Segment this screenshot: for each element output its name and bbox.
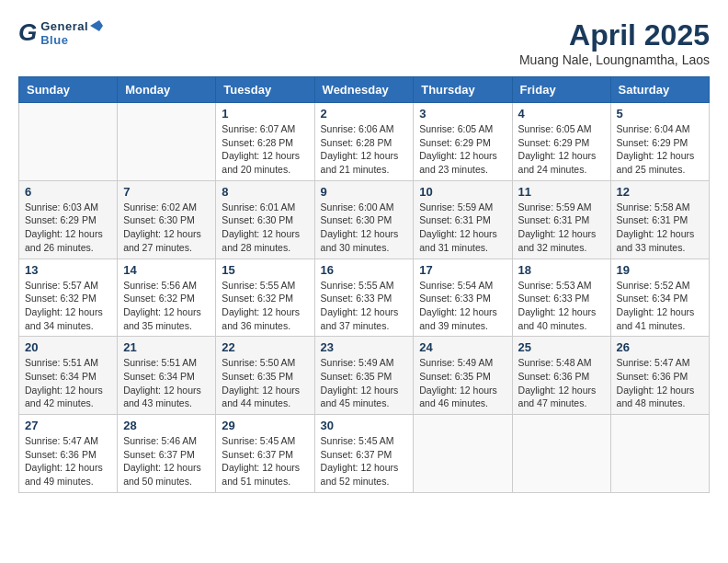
day-info: Sunrise: 5:47 AM Sunset: 6:36 PM Dayligh…	[617, 356, 703, 410]
title-area: April 2025 Muang Nale, Loungnamtha, Laos	[519, 18, 710, 67]
day-number: 23	[321, 340, 408, 354]
calendar-cell: 27Sunrise: 5:47 AM Sunset: 6:36 PM Dayli…	[19, 415, 118, 493]
calendar-header-monday: Monday	[118, 77, 216, 103]
calendar-header-friday: Friday	[512, 77, 610, 103]
day-info: Sunrise: 5:51 AM Sunset: 6:34 PM Dayligh…	[25, 356, 111, 410]
day-number: 2	[321, 107, 408, 121]
calendar-cell	[610, 415, 709, 493]
day-info: Sunrise: 5:59 AM Sunset: 6:31 PM Dayligh…	[518, 201, 605, 255]
calendar-cell: 26Sunrise: 5:47 AM Sunset: 6:36 PM Dayli…	[610, 337, 709, 415]
day-number: 11	[518, 185, 605, 199]
day-number: 9	[321, 185, 408, 199]
day-info: Sunrise: 5:46 AM Sunset: 6:37 PM Dayligh…	[123, 434, 210, 488]
calendar-cell: 2Sunrise: 6:06 AM Sunset: 6:28 PM Daylig…	[314, 103, 414, 181]
calendar-cell	[19, 103, 118, 181]
logo-g-letter: G	[18, 18, 37, 47]
calendar-header-thursday: Thursday	[414, 77, 512, 103]
calendar-cell: 30Sunrise: 5:45 AM Sunset: 6:37 PM Dayli…	[314, 415, 414, 493]
calendar-header-tuesday: Tuesday	[216, 77, 314, 103]
day-info: Sunrise: 6:03 AM Sunset: 6:29 PM Dayligh…	[25, 201, 111, 255]
day-number: 4	[518, 107, 605, 121]
day-info: Sunrise: 5:59 AM Sunset: 6:31 PM Dayligh…	[419, 201, 506, 255]
day-number: 3	[419, 107, 506, 121]
day-info: Sunrise: 5:53 AM Sunset: 6:33 PM Dayligh…	[518, 279, 605, 333]
day-info: Sunrise: 6:01 AM Sunset: 6:30 PM Dayligh…	[222, 201, 308, 255]
calendar-cell: 6Sunrise: 6:03 AM Sunset: 6:29 PM Daylig…	[19, 180, 118, 259]
day-number: 15	[222, 263, 308, 277]
calendar-cell: 8Sunrise: 6:01 AM Sunset: 6:30 PM Daylig…	[216, 180, 314, 259]
day-info: Sunrise: 5:45 AM Sunset: 6:37 PM Dayligh…	[321, 434, 408, 488]
day-info: Sunrise: 5:47 AM Sunset: 6:36 PM Dayligh…	[25, 434, 111, 488]
calendar-cell	[512, 415, 610, 493]
day-info: Sunrise: 5:54 AM Sunset: 6:33 PM Dayligh…	[419, 279, 506, 333]
day-info: Sunrise: 6:07 AM Sunset: 6:28 PM Dayligh…	[222, 122, 308, 177]
day-info: Sunrise: 6:06 AM Sunset: 6:28 PM Dayligh…	[321, 122, 408, 177]
day-number: 30	[321, 419, 408, 432]
calendar-header-saturday: Saturday	[610, 77, 709, 103]
calendar-cell: 1Sunrise: 6:07 AM Sunset: 6:28 PM Daylig…	[216, 103, 314, 181]
day-number: 18	[518, 263, 605, 277]
calendar-week-row: 13Sunrise: 5:57 AM Sunset: 6:32 PM Dayli…	[19, 259, 710, 337]
logo-wing-icon	[90, 20, 103, 31]
calendar-header-wednesday: Wednesday	[314, 77, 414, 103]
day-info: Sunrise: 5:57 AM Sunset: 6:32 PM Dayligh…	[25, 279, 111, 333]
calendar-week-row: 6Sunrise: 6:03 AM Sunset: 6:29 PM Daylig…	[19, 180, 710, 259]
calendar-cell: 12Sunrise: 5:58 AM Sunset: 6:31 PM Dayli…	[610, 180, 709, 259]
svg-marker-0	[90, 20, 103, 31]
calendar-cell: 15Sunrise: 5:55 AM Sunset: 6:32 PM Dayli…	[216, 259, 314, 337]
day-info: Sunrise: 5:45 AM Sunset: 6:37 PM Dayligh…	[222, 434, 308, 488]
calendar-cell: 29Sunrise: 5:45 AM Sunset: 6:37 PM Dayli…	[216, 415, 314, 493]
day-number: 27	[25, 419, 111, 432]
day-info: Sunrise: 6:05 AM Sunset: 6:29 PM Dayligh…	[419, 122, 506, 177]
logo-general-text: General	[40, 19, 88, 33]
day-info: Sunrise: 5:50 AM Sunset: 6:35 PM Dayligh…	[222, 356, 308, 410]
day-info: Sunrise: 5:56 AM Sunset: 6:32 PM Dayligh…	[123, 279, 210, 333]
day-info: Sunrise: 5:49 AM Sunset: 6:35 PM Dayligh…	[419, 356, 506, 410]
day-info: Sunrise: 5:48 AM Sunset: 6:36 PM Dayligh…	[518, 356, 605, 410]
day-number: 5	[617, 107, 703, 121]
day-number: 8	[222, 185, 308, 199]
calendar-cell: 4Sunrise: 6:05 AM Sunset: 6:29 PM Daylig…	[512, 103, 610, 181]
calendar-header-sunday: Sunday	[19, 77, 118, 103]
day-number: 1	[222, 107, 308, 121]
calendar-cell: 22Sunrise: 5:50 AM Sunset: 6:35 PM Dayli…	[216, 337, 314, 415]
calendar-cell: 19Sunrise: 5:52 AM Sunset: 6:34 PM Dayli…	[610, 259, 709, 337]
day-info: Sunrise: 6:02 AM Sunset: 6:30 PM Dayligh…	[123, 201, 210, 255]
calendar-cell: 28Sunrise: 5:46 AM Sunset: 6:37 PM Dayli…	[118, 415, 216, 493]
day-info: Sunrise: 5:55 AM Sunset: 6:33 PM Dayligh…	[321, 279, 408, 333]
calendar-cell: 16Sunrise: 5:55 AM Sunset: 6:33 PM Dayli…	[314, 259, 414, 337]
day-number: 20	[25, 340, 111, 354]
day-number: 26	[617, 340, 703, 354]
day-number: 7	[123, 185, 210, 199]
day-number: 14	[123, 263, 210, 277]
calendar-cell: 17Sunrise: 5:54 AM Sunset: 6:33 PM Dayli…	[414, 259, 512, 337]
day-number: 21	[123, 340, 210, 354]
month-year-title: April 2025	[519, 18, 710, 52]
day-info: Sunrise: 6:00 AM Sunset: 6:30 PM Dayligh…	[321, 201, 408, 255]
calendar-cell: 3Sunrise: 6:05 AM Sunset: 6:29 PM Daylig…	[414, 103, 512, 181]
calendar-cell: 14Sunrise: 5:56 AM Sunset: 6:32 PM Dayli…	[118, 259, 216, 337]
calendar-table: SundayMondayTuesdayWednesdayThursdayFrid…	[18, 76, 710, 493]
calendar-cell: 13Sunrise: 5:57 AM Sunset: 6:32 PM Dayli…	[19, 259, 118, 337]
calendar-cell	[414, 415, 512, 493]
day-number: 28	[123, 419, 210, 432]
day-number: 17	[419, 263, 506, 277]
day-info: Sunrise: 5:58 AM Sunset: 6:31 PM Dayligh…	[617, 201, 703, 255]
calendar-cell: 18Sunrise: 5:53 AM Sunset: 6:33 PM Dayli…	[512, 259, 610, 337]
day-info: Sunrise: 5:55 AM Sunset: 6:32 PM Dayligh…	[222, 279, 308, 333]
calendar-cell: 11Sunrise: 5:59 AM Sunset: 6:31 PM Dayli…	[512, 180, 610, 259]
logo-blue-text: Blue	[40, 33, 103, 47]
calendar-cell: 21Sunrise: 5:51 AM Sunset: 6:34 PM Dayli…	[118, 337, 216, 415]
day-number: 6	[25, 185, 111, 199]
day-number: 12	[617, 185, 703, 199]
day-number: 16	[321, 263, 408, 277]
calendar-header-row: SundayMondayTuesdayWednesdayThursdayFrid…	[19, 77, 710, 103]
calendar-cell: 23Sunrise: 5:49 AM Sunset: 6:35 PM Dayli…	[314, 337, 414, 415]
calendar-week-row: 1Sunrise: 6:07 AM Sunset: 6:28 PM Daylig…	[19, 103, 710, 181]
calendar-cell: 25Sunrise: 5:48 AM Sunset: 6:36 PM Dayli…	[512, 337, 610, 415]
day-number: 13	[25, 263, 111, 277]
calendar-cell: 20Sunrise: 5:51 AM Sunset: 6:34 PM Dayli…	[19, 337, 118, 415]
calendar-week-row: 20Sunrise: 5:51 AM Sunset: 6:34 PM Dayli…	[19, 337, 710, 415]
day-number: 19	[617, 263, 703, 277]
day-number: 29	[222, 419, 308, 432]
